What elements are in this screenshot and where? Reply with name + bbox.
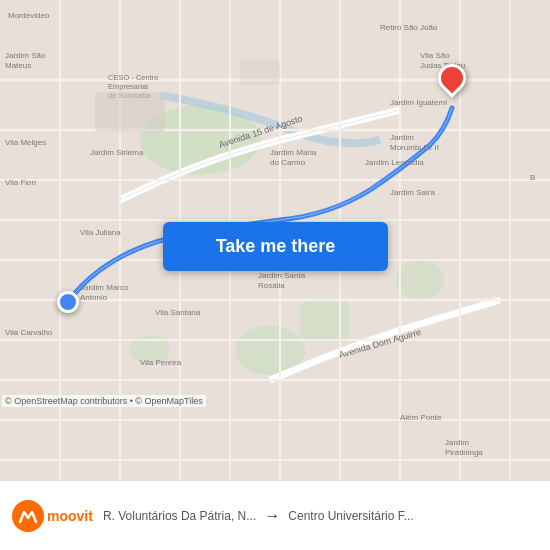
svg-text:Vila Fiori: Vila Fiori (5, 178, 36, 187)
origin-marker (57, 291, 79, 313)
svg-text:Rosália: Rosália (258, 281, 285, 290)
svg-text:Jardim Siriema: Jardim Siriema (90, 148, 144, 157)
svg-point-4 (395, 260, 445, 300)
moovit-logo: moovit (12, 500, 93, 532)
svg-text:CESO - Centro: CESO - Centro (108, 73, 158, 82)
svg-rect-5 (300, 300, 350, 340)
svg-text:B: B (530, 173, 535, 182)
svg-text:Vila Melges: Vila Melges (5, 138, 46, 147)
moovit-logo-icon (12, 500, 44, 532)
svg-text:Jardim Saira: Jardim Saira (390, 188, 435, 197)
map-container: Avenida 15 de Agosto Avenida Dom Aguirre… (0, 0, 550, 480)
svg-text:Vila Juliana: Vila Juliana (80, 228, 121, 237)
svg-text:Vila São: Vila São (420, 51, 450, 60)
take-me-there-button[interactable]: Take me there (163, 222, 388, 271)
svg-text:Vila Santana: Vila Santana (155, 308, 201, 317)
svg-text:Vila Carvalho: Vila Carvalho (5, 328, 53, 337)
svg-text:Mateus: Mateus (5, 61, 31, 70)
svg-text:Morumbi I e II: Morumbi I e II (390, 143, 439, 152)
bottom-bar: moovit R. Voluntários Da Pátria, N... → … (0, 480, 550, 550)
route-origin-label: R. Voluntários Da Pátria, N... (103, 509, 256, 523)
destination-marker (438, 64, 466, 100)
svg-text:Piratininga: Piratininga (445, 448, 483, 457)
route-arrow-icon: → (264, 507, 280, 525)
svg-text:Vila Pereira: Vila Pereira (140, 358, 182, 367)
svg-text:Jardim Santa: Jardim Santa (258, 271, 306, 280)
svg-text:Montevideo: Montevideo (8, 11, 50, 20)
svg-text:Além Ponte: Além Ponte (400, 413, 442, 422)
svg-text:Jardim Maria: Jardim Maria (270, 148, 317, 157)
svg-rect-60 (240, 60, 280, 85)
svg-rect-59 (95, 92, 165, 132)
route-info: R. Voluntários Da Pátria, N... → Centro … (103, 507, 538, 525)
osm-credit: © OpenStreetMap contributors • © OpenMap… (2, 395, 206, 407)
svg-text:do Carmo: do Carmo (270, 158, 306, 167)
svg-text:Antonio: Antonio (80, 293, 108, 302)
moovit-logo-text: moovit (47, 508, 93, 524)
svg-text:Jardim São: Jardim São (5, 51, 46, 60)
svg-text:Empresarial: Empresarial (108, 82, 148, 91)
svg-text:Jardim: Jardim (390, 133, 414, 142)
route-destination-label: Centro Universitário F... (288, 509, 413, 523)
svg-text:Jardim: Jardim (445, 438, 469, 447)
svg-text:Jardim Leocadia: Jardim Leocadia (365, 158, 424, 167)
svg-text:Jardim Marco: Jardim Marco (80, 283, 129, 292)
svg-text:Retiro São João: Retiro São João (380, 23, 438, 32)
